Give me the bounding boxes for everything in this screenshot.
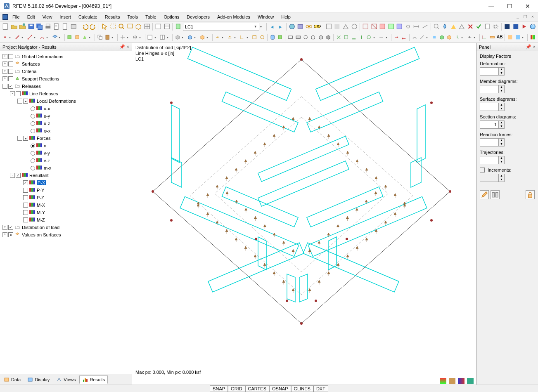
select-icon[interactable] [109, 23, 117, 31]
tree-node[interactable]: u-z [1, 120, 131, 127]
edit-icon[interactable] [480, 190, 489, 199]
node-icon[interactable] [2, 33, 8, 42]
props-icon[interactable] [154, 23, 162, 31]
tree-node[interactable]: P-X [1, 179, 131, 187]
tree-node[interactable]: P-Z [1, 194, 131, 201]
increments-checkbox[interactable] [480, 168, 485, 172]
cube3-icon[interactable] [199, 33, 206, 42]
chk-icon[interactable] [475, 23, 483, 31]
up-icon[interactable]: ▲ [499, 121, 504, 125]
l3-icon[interactable] [431, 33, 438, 42]
dd-icon[interactable]: ▾ [474, 35, 478, 39]
tree-radio[interactable] [31, 166, 35, 170]
dim2-icon[interactable] [421, 23, 429, 31]
paste-icon[interactable] [104, 33, 111, 42]
rainbow-icon[interactable] [529, 33, 536, 42]
pal-4-icon[interactable] [467, 378, 474, 384]
menu-addons[interactable]: Add-on Modules [214, 14, 254, 20]
tab-display[interactable]: Display [24, 375, 52, 384]
expand-icon[interactable]: + [2, 69, 7, 74]
dd-icon[interactable]: ▾ [59, 35, 63, 39]
tree-checkbox[interactable] [8, 232, 13, 237]
tree-checkbox[interactable] [23, 180, 28, 185]
dd-icon[interactable]: ▾ [234, 35, 238, 39]
red-play-icon[interactable] [520, 23, 528, 31]
blue2-icon[interactable] [512, 23, 520, 31]
arr5-icon[interactable] [259, 33, 265, 42]
report-icon[interactable] [52, 23, 60, 31]
mesh3-icon[interactable] [379, 23, 386, 31]
mesh5-icon[interactable] [396, 23, 403, 31]
move-icon[interactable] [119, 33, 126, 42]
zoom-icon[interactable] [118, 23, 126, 31]
gen1-icon[interactable] [66, 33, 73, 42]
expand-icon[interactable]: - [10, 91, 15, 96]
member-icon[interactable] [14, 33, 21, 42]
table-icon[interactable] [163, 23, 171, 31]
cube1-icon[interactable] [174, 33, 181, 42]
panel-spin-input[interactable] [480, 103, 499, 111]
tree-node[interactable]: -Releases [1, 83, 131, 90]
undo-icon[interactable] [81, 23, 89, 31]
tb1-icon[interactable] [507, 33, 513, 42]
gen2-icon[interactable] [74, 33, 81, 42]
mirror-icon[interactable] [132, 33, 138, 42]
up-icon[interactable]: ▲ [499, 103, 504, 107]
open-icon[interactable] [10, 23, 18, 31]
menu-edit[interactable]: Edit [24, 14, 38, 20]
dd-icon[interactable]: ▾ [167, 35, 171, 39]
m3-icon[interactable] [351, 33, 357, 42]
tab-data[interactable]: Data [1, 375, 24, 384]
close-button[interactable]: ✕ [522, 2, 533, 10]
menu-tools[interactable]: Tools [124, 14, 141, 20]
pin-icon[interactable]: 📌 [119, 44, 125, 50]
saveall-icon[interactable] [36, 23, 43, 31]
surf-icon[interactable] [51, 33, 58, 42]
tree-checkbox[interactable] [23, 203, 28, 208]
dd-icon[interactable]: ▾ [222, 35, 226, 39]
cube5-icon[interactable] [318, 33, 324, 42]
pal-2-icon[interactable] [449, 378, 455, 384]
abc-icon[interactable]: AB [496, 33, 503, 42]
tree-radio[interactable] [31, 114, 35, 118]
m6-icon[interactable] [378, 33, 384, 42]
tree-checkbox[interactable] [8, 84, 13, 89]
navigator-tree[interactable]: +Global Deformations+Surfaces+Criteria+S… [0, 51, 132, 374]
cube4-icon[interactable] [310, 33, 316, 42]
up-icon[interactable]: ▲ [499, 156, 504, 160]
axis-icon[interactable] [481, 33, 488, 42]
menu-options[interactable]: Options [160, 14, 182, 20]
panel-spin-input[interactable] [480, 138, 499, 146]
tree-node[interactable]: +Distribution of load [1, 224, 131, 231]
panel-spin-input[interactable] [480, 120, 499, 129]
down-icon[interactable]: ▼ [499, 142, 504, 146]
arc-icon[interactable] [39, 33, 45, 42]
expand-icon[interactable]: - [17, 136, 22, 141]
tool-b-icon[interactable] [333, 23, 341, 31]
eye-icon[interactable] [305, 23, 313, 31]
dim-icon[interactable] [412, 23, 420, 31]
menu-table[interactable]: Table [142, 14, 159, 20]
cursor-icon[interactable] [101, 23, 109, 31]
status-glines[interactable]: GLINES [291, 385, 313, 392]
tree-node[interactable]: n [1, 142, 131, 149]
tree-node[interactable]: -Forces [1, 135, 131, 142]
arrow2-icon[interactable] [401, 33, 407, 42]
dd-icon[interactable]: ▾ [206, 35, 211, 39]
tree-node[interactable]: u-x [1, 105, 131, 112]
down-icon[interactable]: ▼ [499, 107, 504, 111]
pin-icon[interactable]: 📌 [526, 44, 531, 50]
mesh4-icon[interactable] [387, 23, 395, 31]
tree-node[interactable]: M-X [1, 201, 131, 209]
panel-spin-input[interactable] [480, 67, 499, 76]
tree-node[interactable]: v-z [1, 157, 131, 164]
gen3-icon[interactable] [81, 33, 88, 42]
grid-icon[interactable] [143, 23, 151, 31]
menu-file[interactable]: File [9, 14, 23, 20]
m4-icon[interactable] [358, 33, 365, 42]
menu-view[interactable]: View [39, 14, 56, 20]
lock-icon[interactable] [526, 190, 535, 199]
doc-icon[interactable] [61, 23, 69, 31]
down-icon[interactable]: ▼ [499, 178, 504, 182]
dd-icon[interactable]: ▾ [34, 35, 38, 39]
